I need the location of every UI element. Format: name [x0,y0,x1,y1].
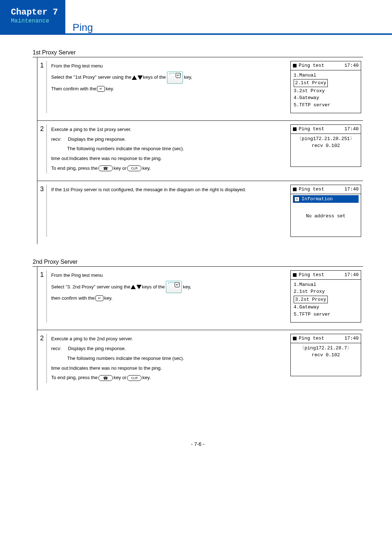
text: Then confirm with the [51,85,96,94]
navigation-key-icon [166,281,182,293]
step-body: From the Ping test menu Select the "1st … [47,61,290,113]
enter-key-icon [95,295,103,301]
handset-key-icon [98,165,113,171]
text: key or [114,164,126,173]
step-body: Execute a ping to the 2nd proxy server. … [47,334,290,383]
clr-key-icon: CLR [127,375,142,381]
text: Indicates there was no response to the p… [69,364,162,373]
lcd-body: No address set [291,204,361,237]
text: The following numbers indicate the respo… [67,354,286,363]
lcd-body: 1.Manual 2.1st Proxy 3.2st Proxy 4.Gatew… [291,280,361,323]
step-body: Execute a ping to the 1st proxy server. … [47,124,290,173]
info-icon: i [294,197,299,202]
down-arrow-icon [136,285,142,289]
text: keys of the [143,73,166,82]
square-icon [293,64,297,67]
text: keys of the [142,283,165,292]
text: From the Ping test menu [51,62,103,71]
page-content: 1st Proxy Server 1 From the Ping test me… [0,35,392,461]
lcd-recv-line: recv 0.102 [294,142,358,149]
lcd-item: 5.TFTP server [294,102,358,109]
lcd-screen: Ping test 17:40 1.Manual 2.1st Proxy 3.2… [290,270,361,323]
step-table: 1 From the Ping test menu Select "3. 2nd… [37,267,363,390]
page-title: Ping [73,22,392,33]
handset-key-icon [98,375,113,381]
lcd-time: 17:40 [344,335,359,342]
up-arrow-icon [132,75,137,80]
lcd-body: 〈ping172.21.28.251〉 recv 0.102 [291,134,361,167]
text: To end ping, press the [51,373,98,382]
lcd-message: No address set [294,213,358,220]
lcd-header: Ping test 17:40 [291,185,361,194]
page-header: Chapter 7 Maintenance Ping [0,0,392,35]
lcd-time: 17:40 [344,271,359,279]
step-diagram: Ping test 17:40 〈ping172.21.28.251〉 recv… [290,124,363,173]
lcd-screen: Ping test 17:40 i Information No address… [290,185,361,237]
lcd-item: 4.Gateway [294,94,358,102]
lcd-item-selected: 2.1st Proxy [294,79,328,87]
text: key. [106,85,114,94]
lcd-title: Ping test [299,186,324,192]
timeout-label: time out: [51,154,69,163]
lcd-screen: Ping test 17:40 〈ping172.21.28.251〉 recv… [290,124,361,167]
text: key, [183,283,191,292]
clr-key-icon: CLR [127,165,142,171]
lcd-title: Ping test [299,336,324,341]
lcd-item: 1.Manual [294,72,358,79]
chapter-subtitle: Maintenance [11,18,65,24]
step-number: 1 [37,61,47,113]
text: If the 1st Proxy server is not configure… [51,185,246,194]
square-icon [293,127,297,131]
recv-label: recv: [51,135,68,144]
lcd-item: 5.TFTP server [294,311,358,318]
text: Execute a ping to the 1st proxy server. [51,125,131,134]
step-number: 1 [37,270,47,323]
square-icon [293,273,297,277]
lcd-item: 2.1st Proxy [294,288,358,295]
text: The following numbers indicate the respo… [67,144,286,153]
step-number: 2 [37,124,47,173]
lcd-recv-line: recv 0.102 [294,352,358,359]
text: then confirm with the [51,294,95,303]
lcd-info-bar: i Information [293,195,359,203]
square-icon [293,188,297,191]
text: Execute a ping to the 2nd proxy server. [51,335,133,344]
lcd-time: 17:40 [344,126,359,133]
lcd-header: Ping test 17:40 [291,61,361,70]
step-row: 2 Execute a ping to the 2nd proxy server… [37,330,363,390]
lcd-header: Ping test 17:40 [291,125,361,134]
text: key, [184,73,192,82]
header-right: Ping [65,0,392,35]
lcd-title: Ping test [299,63,324,68]
text: Displays the ping response. [68,135,126,144]
chapter-label: Chapter 7 [11,7,65,17]
timeout-label: time out: [51,364,69,373]
step-number: 3 [37,185,47,237]
text: key. [104,294,113,303]
up-arrow-icon [131,285,136,289]
lcd-info-label: Information [302,196,333,203]
section-heading: 1st Proxy Server [33,49,363,57]
lcd-body: 1.Manual 2.1st Proxy 3.2st Proxy 4.Gatew… [291,70,361,113]
lcd-title: Ping test [299,272,324,278]
header-left: Chapter 7 Maintenance [0,0,65,35]
step-number: 2 [37,334,47,383]
text: key. [142,164,151,173]
lcd-header: Ping test 17:40 [291,334,361,343]
step-row: 3 If the 1st Proxy server is not configu… [37,181,363,244]
step-body: From the Ping test menu Select "3. 2nd P… [47,270,290,323]
text: key. [142,373,151,382]
step-diagram: Ping test 17:40 i Information No address… [290,185,363,237]
section-heading: 2nd Proxy Server [33,259,363,267]
step-row: 1 From the Ping test menu Select "3. 2nd… [37,267,363,330]
lcd-item: 3.2st Proxy [294,87,358,95]
recv-label: recv: [51,344,68,353]
lcd-screen: Ping test 17:40 1.Manual 2.1st Proxy 3.2… [290,61,361,113]
square-icon [293,337,297,340]
lcd-time: 17:40 [344,62,359,69]
lcd-item-selected: 3.2st Proxy [294,296,328,304]
text: Select the "1st Proxy" server using the [51,73,131,82]
step-diagram: Ping test 17:40 1.Manual 2.1st Proxy 3.2… [290,270,363,323]
step-diagram: Ping test 17:40 1.Manual 2.1st Proxy 3.2… [290,61,363,113]
lcd-title: Ping test [299,126,324,132]
